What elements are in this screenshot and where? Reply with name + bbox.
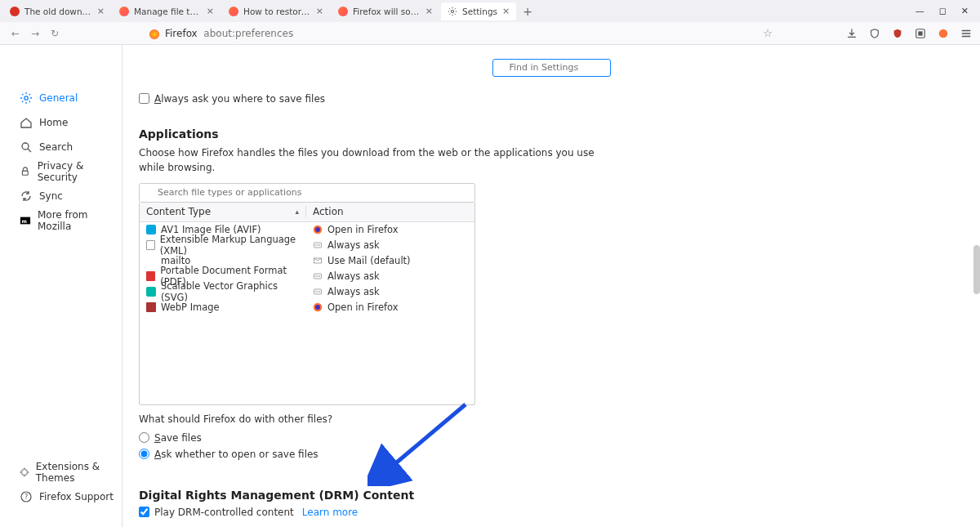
home-icon xyxy=(20,116,33,129)
th-content-type[interactable]: Content Type ▴ xyxy=(140,206,306,217)
close-window-icon[interactable]: ✕ xyxy=(961,6,969,16)
checkbox-label: Play DRM-controlled content xyxy=(154,507,294,518)
action-label: Use Mail (default) xyxy=(327,255,411,266)
menu-icon[interactable] xyxy=(960,28,972,39)
scrollbar[interactable] xyxy=(973,245,980,294)
content-type-label: Extensible Markup Language (XML) xyxy=(160,234,306,257)
sidebar-support[interactable]: ? Firefox Support xyxy=(20,485,114,509)
always-ask-checkbox-row[interactable]: Always ask you where to save files xyxy=(139,93,596,105)
radio-save[interactable] xyxy=(139,432,149,443)
svg-point-0 xyxy=(451,10,453,12)
favicon-icon xyxy=(10,7,20,16)
tab-title: Settings xyxy=(462,7,497,16)
url-bar[interactable]: Firefox about:preferences xyxy=(149,28,293,39)
always-ask-checkbox[interactable] xyxy=(139,93,149,104)
table-row[interactable]: WebP ImageOpen in Firefox xyxy=(140,300,474,315)
checkbox-label: Always ask you where to save files xyxy=(154,93,325,105)
maximize-icon[interactable]: ◻ xyxy=(939,6,947,16)
sidebar-item-more[interactable]: m More from Mozilla xyxy=(20,208,114,233)
svg-point-22 xyxy=(315,275,317,277)
main: General Home Search Privacy & Security S… xyxy=(0,45,980,527)
applications-description: Choose how Firefox handles the files you… xyxy=(139,145,596,175)
close-icon[interactable]: × xyxy=(207,6,214,16)
sidebar-item-general[interactable]: General xyxy=(20,86,114,110)
radio-ask[interactable] xyxy=(139,449,149,459)
close-icon[interactable]: × xyxy=(502,6,510,16)
svg-text:?: ? xyxy=(24,494,28,501)
favicon-icon xyxy=(229,7,238,16)
action-label: Always ask xyxy=(327,239,380,251)
action-label: Always ask xyxy=(327,270,380,282)
app-search-input[interactable] xyxy=(139,183,475,203)
toolbar-actions xyxy=(846,28,972,39)
url-text: Firefox about:preferences xyxy=(165,28,293,39)
svg-rect-7 xyxy=(22,171,28,175)
container-icon[interactable] xyxy=(915,28,926,39)
table-row[interactable]: Scalable Vector Graphics (SVG)Always ask xyxy=(140,284,474,300)
th-action[interactable]: Action xyxy=(306,206,474,217)
tab-settings[interactable]: Settings × xyxy=(441,2,516,20)
find-settings-input[interactable] xyxy=(492,59,611,77)
favicon-icon xyxy=(119,7,129,16)
sidebar-item-privacy[interactable]: Privacy & Security xyxy=(20,159,114,184)
reload-button[interactable]: ↻ xyxy=(47,28,62,39)
content-type-label: Scalable Vector Graphics (SVG) xyxy=(161,280,306,303)
applications-table: Content Type ▴ Action AV1 Image File (AV… xyxy=(139,203,475,405)
tab-3[interactable]: Firefox will soon download files × xyxy=(332,2,439,20)
action-label: Always ask xyxy=(327,286,380,297)
svg-rect-3 xyxy=(918,31,922,35)
back-button[interactable]: ← xyxy=(8,28,23,39)
close-icon[interactable]: × xyxy=(425,6,433,16)
drm-checkbox-row[interactable]: Play DRM-controlled content Learn more xyxy=(139,507,596,518)
minimize-icon[interactable]: — xyxy=(915,6,924,16)
sidebar-item-label: Home xyxy=(39,117,68,128)
sidebar-item-home[interactable]: Home xyxy=(20,110,114,135)
tab-title: Manage file types and downloa xyxy=(134,7,202,16)
downloads-section: Always ask you where to save files Appli… xyxy=(122,93,612,518)
applications-heading: Applications xyxy=(139,127,596,141)
account-icon[interactable] xyxy=(938,28,949,39)
ublock-icon[interactable] xyxy=(892,28,903,39)
radio-save-files[interactable]: Save files xyxy=(139,430,596,446)
svg-point-5 xyxy=(24,96,28,100)
drm-heading: Digital Rights Management (DRM) Content xyxy=(139,489,596,502)
sidebar-item-label: General xyxy=(39,92,78,104)
sync-icon xyxy=(20,190,33,203)
table-row[interactable]: Extensible Markup Language (XML)Always a… xyxy=(140,238,474,253)
sidebar: General Home Search Privacy & Security S… xyxy=(0,45,122,527)
bookmark-icon[interactable]: ☆ xyxy=(763,27,773,39)
tab-strip: The old download behaviour o × Manage fi… xyxy=(0,0,980,22)
sidebar-bottom: Extensions & Themes ? Firefox Support xyxy=(20,460,114,509)
close-icon[interactable]: × xyxy=(97,6,105,16)
svg-point-19 xyxy=(319,244,321,246)
sidebar-item-label: More from Mozilla xyxy=(38,209,114,232)
new-tab-button[interactable]: + xyxy=(523,5,532,18)
radio-label: Ask whether to open or save files xyxy=(154,449,318,460)
downloads-icon[interactable] xyxy=(846,28,858,39)
svg-point-17 xyxy=(315,244,317,246)
shield-icon[interactable] xyxy=(869,28,880,39)
favicon-icon xyxy=(338,7,348,16)
drm-section: Digital Rights Management (DRM) Content … xyxy=(139,489,596,518)
forward-button[interactable]: → xyxy=(28,28,42,39)
mozilla-icon: m xyxy=(20,214,31,227)
sidebar-extensions[interactable]: Extensions & Themes xyxy=(20,460,114,485)
tab-1[interactable]: Manage file types and downloa × xyxy=(113,2,220,20)
svg-point-1 xyxy=(149,29,159,38)
svg-point-15 xyxy=(315,227,320,232)
svg-point-27 xyxy=(317,291,318,293)
action-label: Open in Firefox xyxy=(327,301,399,313)
close-icon[interactable]: × xyxy=(316,6,323,16)
learn-more-link[interactable]: Learn more xyxy=(302,507,358,518)
tab-title: The old download behaviour o xyxy=(24,7,92,16)
sidebar-item-label: Search xyxy=(39,141,73,153)
sidebar-item-search[interactable]: Search xyxy=(20,135,114,159)
sidebar-item-label: Extensions & Themes xyxy=(36,461,114,484)
radio-ask-files[interactable]: Ask whether to open or save files xyxy=(139,446,596,462)
tab-2[interactable]: How to restore Firefox's classic × xyxy=(222,2,330,20)
tab-title: How to restore Firefox's classic xyxy=(243,7,311,16)
toolbar: ← → ↻ Firefox about:preferences ☆ xyxy=(0,22,980,45)
drm-checkbox[interactable] xyxy=(139,507,149,517)
sidebar-item-sync[interactable]: Sync xyxy=(20,184,114,208)
tab-0[interactable]: The old download behaviour o × xyxy=(3,2,111,20)
